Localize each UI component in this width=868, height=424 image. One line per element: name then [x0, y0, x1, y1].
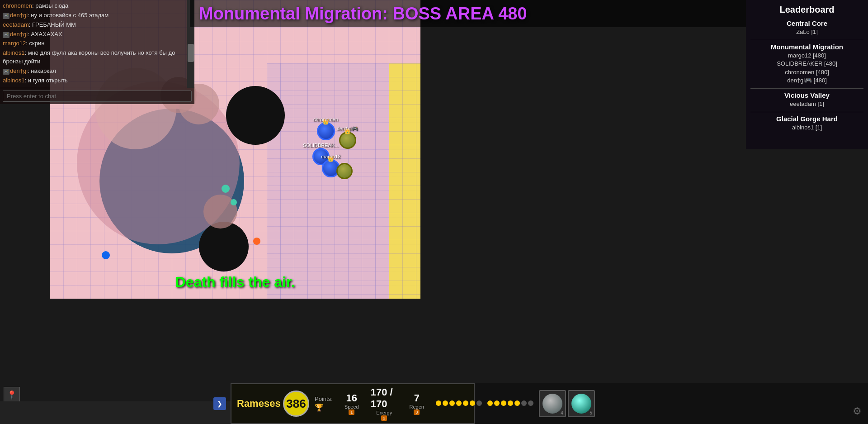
dot-filled [463, 400, 468, 406]
points-area: Points: 🏆 [315, 395, 333, 412]
blob-orange-dot [253, 238, 260, 245]
chat-messages: chronomen: рамзы сюда🎮den†gi: ну и остов… [0, 0, 187, 88]
lb-entry: den†gi🎮 [480] [750, 76, 863, 85]
rating-dots-2 [487, 400, 533, 406]
rating-dots-1 [436, 400, 482, 406]
item-slot-4-number: 4 [561, 410, 563, 415]
lb-section-3: Glacial Gorge Hardalbinos1 [1] [750, 115, 863, 132]
game-title: Monumental Migration: BOSS AREA 480 [199, 4, 527, 24]
rating-group-2 [487, 400, 533, 407]
dot-filled [443, 400, 448, 406]
lb-section-title: Central Core [750, 19, 863, 27]
item-slot-4[interactable]: 4 [539, 390, 566, 417]
dot-filled [508, 400, 513, 406]
player-level: 386 [283, 391, 309, 417]
chat-message: eeetadam: ГРЕБАНЫЙ ММ [3, 21, 184, 29]
minimap-icon[interactable]: 📍 [4, 387, 20, 403]
dot-empty [521, 400, 527, 406]
lb-divider [750, 112, 863, 112]
lb-entry: ZaLo [1] [750, 28, 863, 36]
points-label: Points: [315, 395, 333, 402]
blob-teal-dot2 [231, 199, 237, 205]
blob-black-2 [199, 222, 249, 272]
minimap-canvas [0, 401, 231, 424]
death-text: Death fills the air. [175, 274, 295, 291]
lb-section-title: Vicious Valley [750, 91, 863, 99]
player-margo12-companion [336, 163, 353, 179]
lb-entry: albinos1 [1] [750, 124, 863, 132]
dot-filled [456, 400, 462, 406]
dot-empty [528, 400, 533, 406]
title-bar: Monumental Migration: BOSS AREA 480 [190, 0, 746, 27]
dot-filled [494, 400, 500, 406]
bottom-hud: 📍 ❯ Rameses 386 Points: 🏆 16 Speed 1 170… [0, 383, 868, 424]
settings-button[interactable]: ⚙ [850, 404, 864, 419]
blob-blue-dot [102, 251, 110, 259]
chat-message: albinos1: и гуля открыть [3, 76, 184, 85]
regen-label: Regen [410, 404, 424, 410]
leaderboard: Leaderboard Central CoreZaLo [1]Monument… [746, 0, 868, 149]
lb-entry: eeetadam [1] [750, 100, 863, 108]
chat-input-area [0, 88, 194, 104]
item-slot-5-number: 5 [590, 410, 592, 415]
energy-value: 170 / 170 [371, 386, 398, 410]
lb-section-1: Monumental Migrationmargo12 [480]SOLIDBR… [750, 43, 863, 85]
lb-section-title: Glacial Gorge Hard [750, 115, 863, 123]
chat-input[interactable] [3, 91, 192, 102]
chat-message: 🎮den†gi: ну и остовайся с 465 этадам [3, 11, 184, 20]
energy-badge: 2 [381, 415, 387, 421]
player-name: Rameses [237, 398, 278, 410]
yellow-zone [389, 63, 420, 299]
chat-scrollbar-thumb[interactable] [188, 44, 194, 62]
speed-block: 16 Speed 1 [338, 392, 365, 415]
player-chronomen: chronomen 👑 [313, 117, 338, 140]
lb-divider [750, 88, 863, 89]
lb-sections: Central CoreZaLo [1]Monumental Migration… [750, 19, 863, 132]
regen-value: 7 [414, 392, 420, 404]
minimap-area: 📍 ❯ [0, 383, 231, 424]
dot-filled [501, 400, 506, 406]
minimap-arrow[interactable]: ❯ [213, 397, 226, 410]
regen-block: 7 Regen 3 [403, 392, 430, 415]
lb-section-title: Monumental Migration [750, 43, 863, 51]
blob-teal-dot1 [222, 185, 230, 193]
chat-message: albinos1: мне для фулл ака короны все по… [3, 49, 184, 66]
item-slot-5[interactable]: 5 [568, 390, 595, 417]
dot-filled [449, 400, 455, 406]
player-stats: Rameses 386 Points: 🏆 16 Speed 1 170 / 1… [231, 383, 475, 424]
dot-filled [514, 400, 520, 406]
lb-entry: margo12 [480] [750, 52, 863, 60]
location-icon: 📍 [7, 390, 17, 400]
player-margo12: margo12 👑 [321, 154, 340, 177]
player-solidbreaker-label: SOLIDBREAK... [303, 143, 339, 148]
speed-label: Speed [344, 404, 359, 410]
blob-black-1 [226, 86, 285, 145]
chat-message: margo12: скрин [3, 39, 184, 48]
item-icon-4 [542, 394, 562, 414]
chat-message: 🎮den†gi: накаркал [3, 67, 184, 76]
energy-block: 170 / 170 Energy 2 [371, 386, 398, 421]
leaderboard-title: Leaderboard [750, 5, 863, 15]
chat-message: chronomen: рамзы сюда [3, 2, 184, 10]
player-dengi: den†gi🎮 👑 [337, 126, 358, 149]
points-value: 🏆 [315, 403, 324, 412]
lb-entry: SOLIDBREAKER [480] [750, 60, 863, 68]
speed-badge: 1 [349, 410, 354, 415]
lb-divider [750, 40, 863, 40]
chat-message: 🎮den†gi: АХАХАХАХ [3, 30, 184, 39]
chat-panel: chronomen: рамзы сюда🎮den†gi: ну и остов… [0, 0, 194, 104]
lb-section-0: Central CoreZaLo [1] [750, 19, 863, 36]
dot-filled [436, 400, 441, 406]
dot-filled [487, 400, 493, 406]
lb-entry: chronomen [480] [750, 68, 863, 76]
item-slots: 4 5 [539, 390, 595, 417]
energy-label: Energy [376, 410, 392, 415]
rating-group-1 [436, 400, 482, 407]
dot-empty [476, 400, 482, 406]
player-chronomen-circle [317, 122, 335, 140]
dot-filled [470, 400, 475, 406]
speed-value: 16 [346, 392, 357, 404]
lb-section-2: Vicious Valleyeeetadam [1] [750, 91, 863, 108]
item-icon-5 [571, 394, 591, 414]
regen-badge: 3 [414, 410, 420, 415]
